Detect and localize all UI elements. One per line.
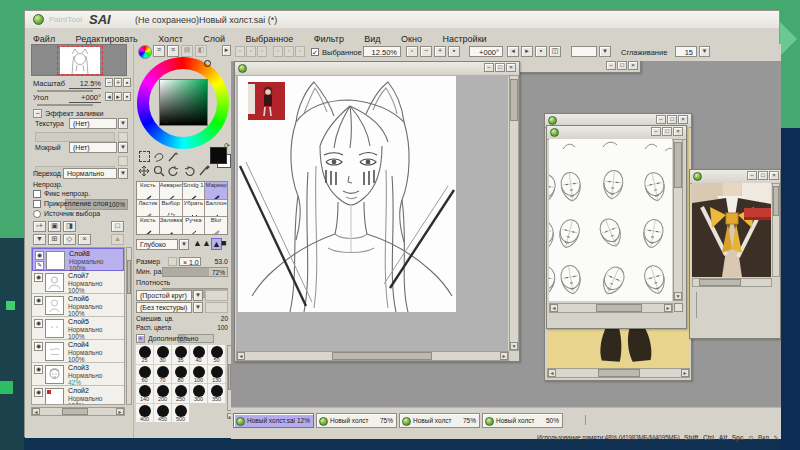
brush-tool[interactable]: Кисть: [137, 182, 159, 199]
panel-more-button[interactable]: ▸: [222, 45, 231, 56]
layer-list-hscrollbar[interactable]: ◄ ►: [31, 407, 125, 416]
hsv-slider-toggle-icon[interactable]: ≡: [167, 45, 179, 57]
brush-tool[interactable]: Выбор: [160, 200, 182, 217]
document-window-reference[interactable]: − □ ×: [689, 169, 781, 339]
nav-scale-slider[interactable]: [37, 90, 93, 92]
clear-layer-button[interactable]: ◇: [63, 234, 76, 245]
angle-reset-button[interactable]: ▪: [535, 46, 547, 57]
hscrollbar[interactable]: ◄ ►: [547, 368, 690, 378]
tip-shape-square-icon[interactable]: ■: [221, 238, 226, 248]
scratchpad-toggle-icon[interactable]: ◧: [195, 45, 207, 57]
brush-tool[interactable]: Blur: [205, 217, 227, 234]
layer-row[interactable]: ◉ Слой4 Нормально 100%: [32, 340, 124, 363]
vscroll-thumb[interactable]: [510, 79, 518, 121]
selection-visible-checkbox[interactable]: ✓: [311, 48, 319, 56]
size-preset[interactable]: 80: [172, 365, 190, 385]
size-preset[interactable]: 250: [172, 384, 190, 404]
minimize-button[interactable]: −: [651, 127, 661, 136]
doc-tab-1[interactable]: Новый холст.sai 12%: [233, 413, 314, 428]
minimize-button[interactable]: −: [747, 171, 757, 180]
layer-visibility-icon[interactable]: ◉: [34, 319, 43, 328]
layer-row[interactable]: ◉ Слой3 Нормально 42%: [32, 363, 124, 386]
brush-tool[interactable]: Убрать: [183, 200, 205, 217]
merge-layer-button[interactable]: ⊞: [48, 234, 61, 245]
size-preset[interactable]: 450: [154, 404, 172, 424]
rotate-ccw-tool-icon[interactable]: [168, 163, 180, 181]
vscrollbar[interactable]: ▼: [673, 139, 683, 301]
new-layer-button[interactable]: ▫+: [33, 221, 46, 232]
zoom-tool-icon[interactable]: [153, 163, 165, 181]
size-preset[interactable]: 400: [136, 404, 154, 424]
zoom-field[interactable]: 12.50%: [363, 46, 401, 57]
hscroll-left-arrow[interactable]: ◄: [550, 304, 558, 312]
vscroll-thumb[interactable]: [674, 142, 682, 188]
close-button[interactable]: ×: [769, 171, 779, 180]
hscroll-thumb[interactable]: [332, 352, 432, 360]
navigator-angle-value[interactable]: +000°: [69, 93, 101, 103]
minimize-button[interactable]: −: [656, 115, 666, 124]
brush-tool[interactable]: Баллон: [205, 200, 227, 217]
size-preset[interactable]: 130: [208, 365, 226, 385]
layer-visibility-icon[interactable]: ◉: [35, 251, 44, 260]
smoothing-field[interactable]: 15: [675, 46, 697, 57]
brush-tool[interactable]: Акварел: [160, 182, 182, 199]
color-wheel-toggle-icon[interactable]: [138, 45, 152, 59]
angle-field[interactable]: +000°: [469, 46, 503, 57]
eyedropper-tool-icon[interactable]: [198, 163, 210, 181]
texture-select[interactable]: (Нет): [69, 118, 117, 129]
rotate-ccw-button[interactable]: ◂: [507, 46, 519, 57]
window-title-bar[interactable]: − □ ×: [547, 126, 686, 140]
gear-icon[interactable]: ⊙: [748, 434, 753, 441]
menu-selection[interactable]: Выбранное: [238, 32, 302, 44]
swap-colors-icon[interactable]: ⟳: [224, 142, 230, 150]
new-vector-layer-button[interactable]: ▣: [48, 221, 61, 232]
swatches-toggle-icon[interactable]: ▤: [181, 45, 193, 57]
vscroll-thumb[interactable]: [127, 260, 131, 294]
layer-mask-button[interactable]: □: [111, 221, 124, 232]
paint-effect-collapse-button[interactable]: −: [33, 109, 42, 118]
transfer-layer-button[interactable]: ▼: [33, 234, 46, 245]
size-preset[interactable]: 350: [208, 384, 226, 404]
new-folder-button[interactable]: ◨: [63, 221, 76, 232]
brush-texture-button[interactable]: ▾: [193, 302, 203, 313]
canvas-main[interactable]: [238, 76, 456, 312]
vscroll-down-arrow[interactable]: ▼: [510, 342, 518, 350]
hscroll-thumb[interactable]: [596, 304, 642, 312]
navigator-scale-value[interactable]: 12.5%: [69, 79, 101, 89]
layer-row[interactable]: ◉ ✎ Слой8 Нормально 100%: [32, 248, 124, 271]
texture-select-button[interactable]: ▾: [118, 118, 128, 129]
size-preset[interactable]: 60: [136, 365, 154, 385]
brush-tool-selected[interactable]: Маркер: [205, 182, 227, 199]
hscroll-right-arrow[interactable]: ►: [500, 352, 508, 360]
rotate-cw-tool-icon[interactable]: [183, 163, 195, 181]
hscrollbar[interactable]: [692, 278, 772, 287]
rotate-cw-button[interactable]: ▸: [521, 46, 533, 57]
layer-row[interactable]: ◉ Слой2 Нормально 100%: [32, 386, 124, 405]
menu-file[interactable]: Файл: [25, 32, 63, 44]
nav-scale-reset-button[interactable]: ▪: [123, 78, 131, 87]
maximize-button[interactable]: □: [495, 63, 505, 72]
menu-view[interactable]: Вид: [356, 32, 388, 44]
brush-tool[interactable]: Ручка: [183, 217, 205, 234]
size-preset[interactable]: 35: [172, 345, 190, 365]
zoom-fit-button[interactable]: ▫: [406, 46, 418, 57]
zoom-in-button[interactable]: +: [434, 46, 446, 57]
size-preset[interactable]: 70: [154, 365, 172, 385]
close-button[interactable]: ×: [678, 115, 688, 124]
layer-visibility-icon[interactable]: ◉: [34, 273, 43, 282]
menu-window[interactable]: Окно: [393, 32, 430, 44]
size-preset[interactable]: 30: [154, 345, 172, 365]
menu-filter[interactable]: Фильтр: [306, 32, 352, 44]
close-button[interactable]: ×: [628, 61, 638, 70]
transform-1-button[interactable]: ▫: [273, 46, 283, 57]
delete-layer-button[interactable]: ×: [78, 234, 91, 245]
layer-row[interactable]: ◉ Слой6 Нормально 100%: [32, 294, 124, 317]
nav-angle-cw-button[interactable]: ▸: [114, 92, 122, 101]
title-bar[interactable]: PaintTool SAI (Не сохранено)Новый холст.…: [25, 11, 779, 29]
navigator-view-rect[interactable]: [57, 46, 103, 75]
transform-2-button[interactable]: ▫: [284, 46, 294, 57]
maximize-button[interactable]: □: [758, 171, 768, 180]
hscroll-right-arrow[interactable]: ►: [664, 304, 672, 312]
layer-list-vscrollbar[interactable]: [126, 247, 132, 405]
brush-texture-select[interactable]: (Без текстуры): [136, 302, 192, 313]
